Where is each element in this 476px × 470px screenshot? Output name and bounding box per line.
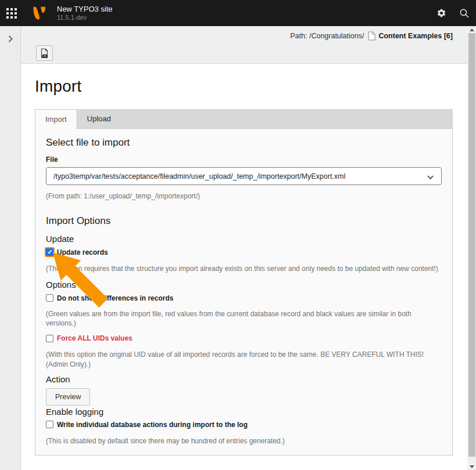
logging-checkbox[interactable] (46, 421, 53, 428)
topbar: New TYPO3 site 11.5.1-dev (0, 0, 476, 26)
chevron-down-icon (427, 173, 434, 183)
action-heading: Action (46, 374, 442, 384)
page-title: Import (35, 77, 453, 96)
update-heading: Update (46, 234, 442, 244)
tabbar: Import Upload (35, 109, 453, 128)
update-records-label: Update records (57, 248, 108, 256)
sidebar-expand-button[interactable] (0, 30, 21, 48)
typo3-logo (26, 0, 52, 26)
file-select[interactable]: /typo3temp/var/tests/acceptance/fileadmi… (46, 167, 442, 185)
page-record-icon (368, 31, 376, 41)
logging-row[interactable]: Write individual database actions during… (46, 421, 442, 429)
search-button[interactable] (453, 0, 476, 26)
file-field-label: File (46, 156, 442, 164)
file-path-note: (From path: 1:/user_upload/_temp_/import… (46, 191, 442, 201)
modules-menu-button[interactable] (0, 0, 23, 26)
vertical-scrollbar (467, 26, 476, 470)
update-records-checkbox[interactable] (46, 248, 53, 256)
settings-button[interactable] (430, 0, 453, 26)
import-tab-panel: Select file to import File /typo3temp/va… (35, 128, 453, 455)
update-records-row[interactable]: Update records (46, 248, 442, 256)
force-uids-row[interactable]: Force ALL UIDs values (46, 334, 442, 342)
file-select-value: /typo3temp/var/tests/acceptance/fileadmi… (53, 172, 345, 180)
diff-note: (Green values are from the import file, … (46, 309, 442, 329)
scrollbar-down-arrow[interactable] (467, 463, 476, 470)
scrollbar-thumb[interactable] (468, 33, 475, 457)
chevron-right-icon (8, 35, 13, 42)
tab-import[interactable]: Import (35, 109, 77, 129)
no-diff-checkbox[interactable] (46, 294, 53, 302)
module-main: Path: /Congratulations/ Content Examples… (21, 26, 467, 470)
view-webpage-button[interactable] (36, 45, 53, 61)
grid-icon (6, 8, 17, 19)
preview-button[interactable]: Preview (46, 388, 90, 406)
module-body: Import Import Upload Select file to impo… (21, 64, 467, 470)
site-version: 11.5.1-dev (57, 14, 113, 22)
force-uids-checkbox[interactable] (46, 335, 53, 342)
pagetree-sidebar-collapsed (0, 26, 21, 470)
site-info[interactable]: New TYPO3 site 11.5.1-dev (57, 5, 113, 22)
logging-note: (This is disabled by default since there… (46, 436, 442, 446)
file-section-title: Select file to import (46, 137, 442, 149)
logging-heading: Enable logging (46, 407, 442, 417)
workspace: Path: /Congratulations/ Content Examples… (0, 26, 467, 470)
no-diff-row[interactable]: Do not show differences in records (46, 294, 442, 302)
breadcrumb-record-title: Content Examples [6] (378, 32, 453, 40)
logging-label: Write individual database actions during… (57, 421, 247, 429)
scrollbar-up-arrow[interactable] (467, 26, 476, 33)
options-heading: Options (46, 280, 442, 290)
search-icon (459, 8, 470, 19)
gear-icon (437, 8, 446, 18)
breadcrumb: Path: /Congratulations/ Content Examples… (290, 31, 453, 41)
options-section-title: Import Options (46, 215, 442, 227)
no-diff-label: Do not show differences in records (57, 294, 174, 302)
document-eye-icon (39, 48, 49, 59)
update-note: (This option requires that the structure… (46, 264, 442, 274)
docheader: Path: /Congratulations/ Content Examples… (21, 26, 467, 64)
tab-upload[interactable]: Upload (77, 109, 121, 128)
force-uids-label: Force ALL UIDs values (57, 334, 132, 342)
site-title: New TYPO3 site (57, 5, 113, 14)
force-uids-note: (With this option the original UID value… (46, 350, 442, 370)
breadcrumb-path: Path: /Congratulations/ (290, 32, 364, 40)
